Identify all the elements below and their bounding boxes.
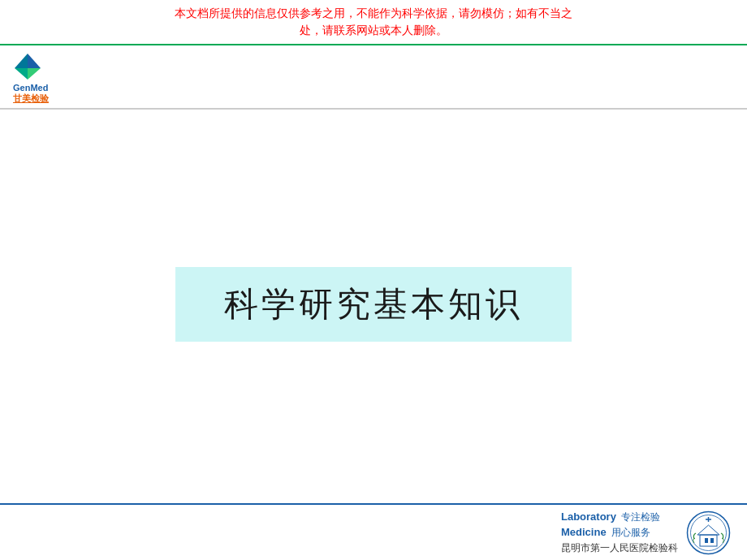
- footer-laboratory-cn-text: 专注检验: [621, 510, 660, 524]
- footer-medicine-text: Medicine: [561, 526, 607, 538]
- logo-genmed-text: GenMed: [13, 83, 48, 93]
- logo-chinese-text: 甘美检验: [13, 93, 49, 105]
- footer-medicine-cn-text: 用心服务: [611, 526, 650, 540]
- svg-rect-6: [700, 535, 717, 546]
- footer-line1: Laboratory 专注检验: [561, 510, 678, 524]
- slide-title: 科学研究基本知识: [224, 282, 523, 327]
- footer-bar: Laboratory 专注检验 Medicine 用心服务 昆明市第一人民医院检…: [0, 503, 747, 560]
- footer-line2: Medicine 用心服务: [561, 526, 678, 540]
- svg-marker-1: [15, 68, 28, 80]
- footer-hospital-text: 昆明市第一人民医院检验科: [561, 542, 678, 554]
- warning-banner: 本文档所提供的信息仅供参考之用，不能作为科学依据，请勿模仿；如有不当之 处，请联…: [0, 0, 747, 45]
- main-slide-area: 科学研究基本知识: [0, 110, 747, 532]
- logo-diamond-icon: [13, 52, 42, 81]
- svg-marker-2: [28, 68, 41, 80]
- warning-text-line2: 处，请联系网站或本人删除。: [16, 22, 731, 39]
- header: GenMed 甘美检验: [0, 45, 747, 110]
- logo-container: GenMed 甘美检验: [13, 52, 49, 105]
- svg-rect-7: [705, 538, 708, 543]
- svg-marker-3: [15, 54, 28, 68]
- footer-content: Laboratory 专注检验 Medicine 用心服务 昆明市第一人民医院检…: [561, 510, 731, 555]
- warning-text-line1: 本文档所提供的信息仅供参考之用，不能作为科学依据，请勿模仿；如有不当之: [16, 5, 731, 22]
- title-box: 科学研究基本知识: [175, 267, 572, 342]
- svg-marker-9: [697, 525, 719, 535]
- svg-rect-8: [710, 538, 714, 543]
- footer-text-block: Laboratory 专注检验 Medicine 用心服务 昆明市第一人民医院检…: [561, 510, 678, 555]
- footer-laboratory-text: Laboratory: [561, 510, 616, 523]
- svg-marker-0: [28, 54, 41, 68]
- hospital-emblem-icon: [686, 510, 731, 555]
- footer-hospital-line: 昆明市第一人民医院检验科: [561, 540, 678, 555]
